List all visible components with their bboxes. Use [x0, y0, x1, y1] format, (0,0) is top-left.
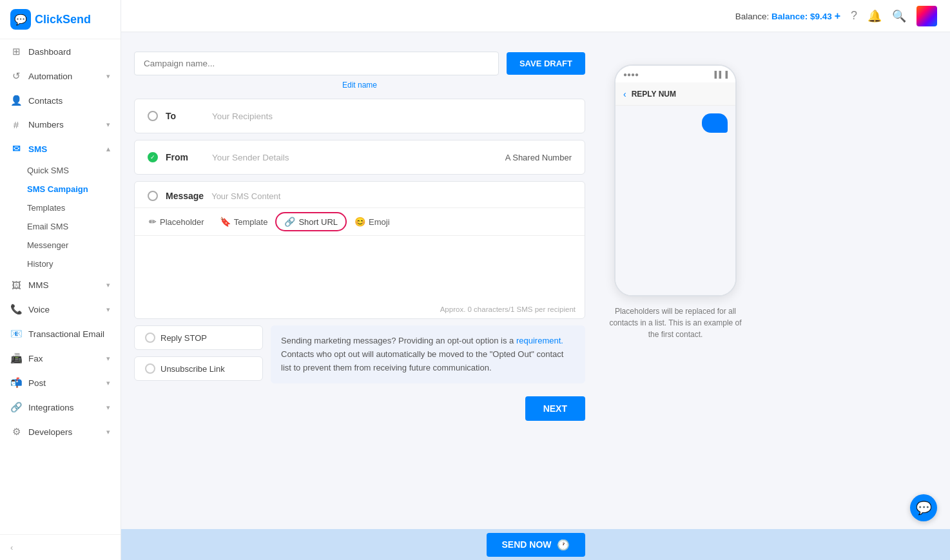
to-value[interactable]: Your Recipients	[212, 111, 273, 121]
sidebar-item-numbers[interactable]: # Numbers ▾	[0, 113, 121, 137]
sidebar-sub-sms-campaign[interactable]: SMS Campaign	[0, 180, 121, 198]
reply-stop-circle	[145, 333, 155, 343]
from-shared-number: A Shared Number	[505, 153, 572, 162]
emoji-icon: 😊	[354, 217, 365, 227]
chevron-down-icon: ▾	[106, 379, 110, 387]
sidebar-item-label: SMS	[28, 144, 47, 154]
reply-stop-checkbox[interactable]: Reply STOP	[134, 325, 263, 350]
sidebar-collapse-button[interactable]: ‹	[0, 534, 121, 560]
template-button[interactable]: 🔖 Template	[212, 213, 276, 230]
unsubscribe-label: Unsubscribe Link	[160, 364, 225, 374]
sidebar-item-label: Integrations	[28, 403, 74, 412]
message-status-icon	[148, 191, 158, 201]
automation-icon: ↺	[10, 70, 22, 82]
sidebar-item-label: Developers	[28, 427, 72, 437]
from-card: From Your Sender Details A Shared Number	[134, 140, 585, 175]
balance-display: Balance: Balance: $9.43 +	[735, 10, 840, 22]
unsubscribe-link-checkbox[interactable]: Unsubscribe Link	[134, 356, 263, 381]
sidebar-sub-history[interactable]: History	[0, 255, 121, 273]
avatar[interactable]	[916, 6, 937, 26]
developers-icon: ⚙	[10, 426, 22, 438]
post-icon: 📬	[10, 377, 22, 389]
sidebar-item-label: Automation	[28, 72, 72, 81]
sidebar-item-developers[interactable]: ⚙ Developers ▾	[0, 420, 121, 444]
sidebar-item-label: Numbers	[28, 120, 64, 130]
opt-out-info-box: Sending marketing messages? Providing an…	[271, 325, 585, 383]
bottom-actions: NEXT	[134, 390, 585, 425]
chevron-down-icon: ▾	[106, 403, 110, 412]
short-url-button[interactable]: 🔗 Short URL	[275, 212, 347, 231]
send-now-button[interactable]: SEND NOW 🕐	[487, 533, 585, 557]
sidebar-item-contacts[interactable]: 👤 Contacts	[0, 88, 121, 113]
form-panel: SAVE DRAFT Edit name To Your Recipients …	[134, 52, 585, 547]
contacts-icon: 👤	[10, 95, 22, 106]
search-icon[interactable]: 🔍	[892, 9, 906, 23]
main-content: Balance: Balance: $9.43 + ? 🔔 🔍 SAVE DRA…	[121, 0, 950, 560]
sidebar-item-label: Contacts	[28, 96, 63, 106]
fax-icon: 📠	[10, 352, 22, 364]
chevron-down-icon: ▾	[106, 121, 110, 129]
voice-icon: 📞	[10, 304, 22, 315]
sidebar-item-label: Dashboard	[28, 47, 71, 57]
preview-panel: ●●●● ▐▐ ▐ ‹ REPLY NUM Placeholders will …	[598, 52, 753, 547]
sidebar-item-dashboard[interactable]: ⊞ Dashboard	[0, 39, 121, 64]
info-title: Sending marketing messages? Providing an…	[281, 336, 514, 345]
chevron-down-icon: ▾	[106, 428, 110, 436]
chat-widget-button[interactable]: 💬	[910, 494, 937, 521]
logo-icon: 💬	[10, 9, 31, 30]
notifications-icon[interactable]: 🔔	[868, 9, 882, 23]
sidebar-sub-email-sms[interactable]: Email SMS	[0, 217, 121, 236]
sidebar-item-integrations[interactable]: 🔗 Integrations ▾	[0, 395, 121, 420]
to-status-icon	[148, 111, 158, 121]
logo: 💬 ClickSend	[0, 0, 121, 39]
sms-icon: ✉	[10, 143, 22, 155]
message-textarea[interactable]	[135, 236, 585, 300]
to-card: To Your Recipients	[134, 99, 585, 133]
chevron-down-icon: ▾	[106, 281, 110, 289]
message-card: Message Your SMS Content ✏ Placeholder 🔖…	[134, 181, 585, 319]
emoji-button[interactable]: 😊 Emoji	[347, 213, 398, 230]
phone-header: ‹ REPLY NUM	[616, 82, 735, 106]
message-toolbar: ✏ Placeholder 🔖 Template 🔗 Short URL 😊 E…	[135, 208, 585, 236]
sidebar-item-fax[interactable]: 📠 Fax ▾	[0, 346, 121, 371]
save-draft-button[interactable]: SAVE DRAFT	[507, 52, 585, 75]
sidebar-item-label: Fax	[28, 354, 43, 363]
phone-contact-name: REPLY NUM	[632, 90, 676, 99]
sidebar-item-automation[interactable]: ↺ Automation ▾	[0, 64, 121, 88]
template-icon: 🔖	[220, 217, 231, 227]
sidebar-item-sms[interactable]: ✉ SMS ▴	[0, 137, 121, 161]
sidebar-item-post[interactable]: 📬 Post ▾	[0, 371, 121, 395]
sidebar-item-voice[interactable]: 📞 Voice ▾	[0, 297, 121, 322]
sidebar-sub-quick-sms[interactable]: Quick SMS	[0, 161, 121, 180]
transactional-email-icon: 📧	[10, 328, 22, 340]
requirement-link[interactable]: requirement.	[516, 336, 563, 345]
phone-back-icon: ‹	[623, 89, 626, 99]
opt-out-options: Reply STOP Unsubscribe Link	[134, 325, 263, 383]
placeholder-icon: ✏	[149, 217, 157, 227]
campaign-name-row: SAVE DRAFT	[134, 52, 585, 75]
chevron-up-icon: ▴	[106, 145, 110, 153]
sidebar-sub-templates[interactable]: Templates	[0, 198, 121, 217]
chevron-down-icon: ▾	[106, 72, 110, 81]
edit-name-link[interactable]: Edit name	[134, 81, 585, 90]
preview-caption: Placeholders will be replaced for all co…	[605, 305, 746, 340]
placeholder-button[interactable]: ✏ Placeholder	[141, 213, 212, 230]
sidebar-item-label: Post	[28, 378, 46, 388]
add-balance-button[interactable]: +	[835, 10, 840, 21]
numbers-icon: #	[10, 119, 22, 130]
next-button[interactable]: NEXT	[525, 396, 585, 421]
from-label: From	[166, 152, 204, 162]
unsubscribe-circle	[145, 363, 155, 374]
send-now-bar: SEND NOW 🕐	[121, 529, 950, 560]
sidebar-item-transactional-email[interactable]: 📧 Transactional Email	[0, 322, 121, 346]
sidebar-item-mms[interactable]: 🖼 MMS ▾	[0, 273, 121, 297]
help-icon[interactable]: ?	[851, 9, 857, 23]
message-sublabel: Your SMS Content	[211, 191, 280, 201]
info-body: Contacts who opt out will automatically …	[281, 349, 563, 372]
sidebar-sub-messenger[interactable]: Messenger	[0, 236, 121, 255]
chevron-down-icon: ▾	[106, 305, 110, 314]
sidebar: 💬 ClickSend ⊞ Dashboard ↺ Automation ▾ 👤…	[0, 0, 121, 560]
chevron-down-icon: ▾	[106, 354, 110, 363]
campaign-name-input[interactable]	[134, 52, 499, 75]
from-value[interactable]: Your Sender Details	[212, 153, 289, 162]
